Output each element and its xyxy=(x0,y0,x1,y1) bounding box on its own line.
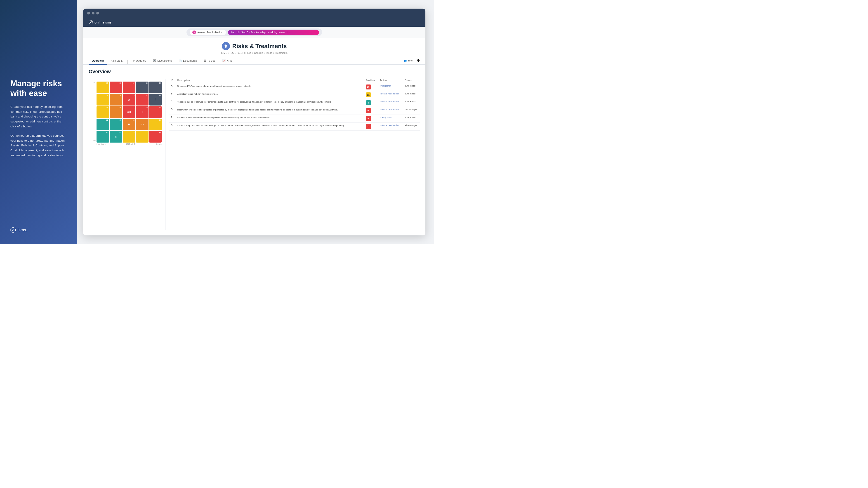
matrix-cell: 23 xyxy=(136,82,149,93)
matrix-cell: 18 xyxy=(149,131,162,142)
matrix-cell: 16 xyxy=(123,131,135,142)
matrix-cell: 26 xyxy=(96,94,109,106)
updates-icon: ↻ xyxy=(132,59,135,62)
cell-owner: June Rossi xyxy=(403,115,420,123)
matrix-cell: 15A xyxy=(123,94,135,106)
discussions-icon: 💬 xyxy=(153,59,156,62)
cell-action: Tolerate residue risk xyxy=(378,123,403,131)
matrix-cell: 24F xyxy=(149,94,162,106)
breadcrumb-isms: ISMS xyxy=(221,52,227,54)
cell-id: E xyxy=(169,115,176,123)
cell-description: Staff fail to follow information securit… xyxy=(176,115,364,123)
team-icon: 👥 xyxy=(403,59,407,62)
browser-chrome xyxy=(83,8,426,18)
risk-matrix-container: LIKELIHOOD Very high Very low 37 13 xyxy=(89,78,165,231)
content-grid: LIKELIHOOD Very high Very low 37 13 xyxy=(89,78,420,231)
page-icon xyxy=(222,42,230,50)
col-action: Action xyxy=(378,78,403,83)
progress-bar: ✦ Assured Results Method Next Up: Step 3… xyxy=(186,29,322,36)
kpis-icon: 📈 xyxy=(222,59,225,62)
cell-position: 21 xyxy=(364,123,378,131)
tab-documents[interactable]: 📄 Documents xyxy=(176,57,200,65)
next-up-bar: Next Up: Step 3 – Adopt or adapt remaini… xyxy=(228,30,319,35)
matrix-cell: 20 xyxy=(110,94,122,106)
tab-discussions[interactable]: 💬 Discussions xyxy=(150,57,175,65)
tab-updates[interactable]: ↻ Updates xyxy=(129,57,149,65)
next-up-label: Next Up: Step 3 – Adopt or adapt remaini… xyxy=(231,31,285,34)
cell-position: 11 xyxy=(364,91,378,99)
tab-kpis[interactable]: 📈 KPIs xyxy=(219,57,236,65)
cell-position: 3 xyxy=(364,99,378,107)
cell-position: 16 xyxy=(364,107,378,115)
col-position: Position xyxy=(364,78,378,83)
tabs-bar: Overview Risk bank | ↻ Updates 💬 Discuss… xyxy=(83,54,426,65)
cell-id: A xyxy=(169,83,176,91)
matrix-grid: 37 13 17 23 25 26 20 15A 22 24F xyxy=(96,82,162,142)
team-button[interactable]: 👥 Team xyxy=(403,59,414,62)
breadcrumb: ISMS › ISO 27001 Policies & Controls › R… xyxy=(89,52,420,54)
tab-risk-bank[interactable]: Risk bank xyxy=(107,57,126,65)
breadcrumb-current: Risks & Treatments xyxy=(266,52,287,54)
step-icon: ✦ xyxy=(192,31,196,34)
page-title-area: Risks & Treatments ISMS › ISO 27001 Poli… xyxy=(83,38,426,54)
cell-position: 15 xyxy=(364,83,378,91)
matrix-cell: 22 xyxy=(136,94,149,106)
settings-button[interactable]: ⚙ xyxy=(417,58,420,63)
matrix-wrapper: LIKELIHOOD Very high Very low 37 13 xyxy=(92,82,162,147)
matrix-cell: D E xyxy=(136,119,149,130)
table-row: D Staff Shortage due to or allowed throu… xyxy=(169,123,420,131)
main-content: Overview LIKELIHOOD Very high Very low xyxy=(83,65,426,235)
logo-text: isms. xyxy=(18,228,27,232)
svg-point-1 xyxy=(89,20,93,24)
cell-id: C xyxy=(169,99,176,107)
browser-window: onlineisms. ✦ Assured Results Method Nex… xyxy=(83,8,426,235)
cell-id: D xyxy=(169,123,176,131)
cell-description: Availability issue with key hosting prov… xyxy=(176,91,364,99)
tab-todos[interactable]: ☰ To-dos xyxy=(200,57,219,65)
tab-overview[interactable]: Overview xyxy=(89,57,107,65)
cell-owner: Piper Arroyo xyxy=(403,107,420,115)
section-title: Overview xyxy=(89,69,420,74)
cell-owner: June Rossi xyxy=(403,99,420,107)
paragraph-2: Our joined-up platform lets you connect … xyxy=(10,133,66,158)
cell-description: Terrorism due to or allowed through: ina… xyxy=(176,99,364,107)
cell-description: Unsecured WiFi or routers allows unautho… xyxy=(176,83,364,91)
cell-owner: Piper Arroyo xyxy=(403,123,420,131)
col-owner: Owner xyxy=(403,78,420,83)
table-row: A Unsecured WiFi or routers allows unaut… xyxy=(169,83,420,91)
col-description: Description xyxy=(176,78,364,83)
step-label: ✦ Assured Results Method xyxy=(190,30,226,35)
matrix-cell: 03C xyxy=(110,131,122,142)
todos-icon: ☰ xyxy=(204,59,206,62)
risks-icon xyxy=(224,44,228,48)
matrix-cell: 24 xyxy=(96,106,109,118)
app-header: onlineisms. xyxy=(83,18,426,27)
isms-logo-icon xyxy=(10,227,16,233)
matrix-cell: 11B xyxy=(123,119,135,130)
cell-position: 16 xyxy=(364,115,378,123)
matrix-cell: 22 xyxy=(96,119,109,130)
table-row: E Staff fail to follow information secur… xyxy=(169,115,420,123)
matrix-cell: 37 xyxy=(96,82,109,93)
cell-action: Tolerate residue risk xyxy=(378,107,403,115)
svg-point-0 xyxy=(11,228,16,232)
table-row: D Data within systems isn't segregated o… xyxy=(169,107,420,115)
col-id: ID xyxy=(169,78,176,83)
cell-owner: June Rossi xyxy=(403,91,420,99)
progress-banner: ✦ Assured Results Method Next Up: Step 3… xyxy=(83,27,426,38)
matrix-cell: 01 xyxy=(96,131,109,142)
matrix-cell: 21 xyxy=(149,106,162,118)
cell-action: Treat (other) xyxy=(378,115,403,123)
cell-description: Data within systems isn't segregated or … xyxy=(176,107,364,115)
cell-owner: June Rossi xyxy=(403,83,420,91)
paragraph-1: Create your risk map by selecting from c… xyxy=(10,104,66,129)
matrix-cell: 18I xyxy=(136,106,149,118)
cell-action: Tolerate residue risk xyxy=(378,99,403,107)
app-logo-icon xyxy=(89,20,93,24)
cell-action: Tolerate residue risk xyxy=(378,91,403,99)
matrix-cell: 13 xyxy=(110,82,122,93)
table-row: B Availability issue with key hosting pr… xyxy=(169,91,420,99)
page-title: Risks & Treatments xyxy=(232,43,287,50)
bottom-logo: isms. xyxy=(10,227,66,233)
matrix-cell: 17 xyxy=(123,82,135,93)
